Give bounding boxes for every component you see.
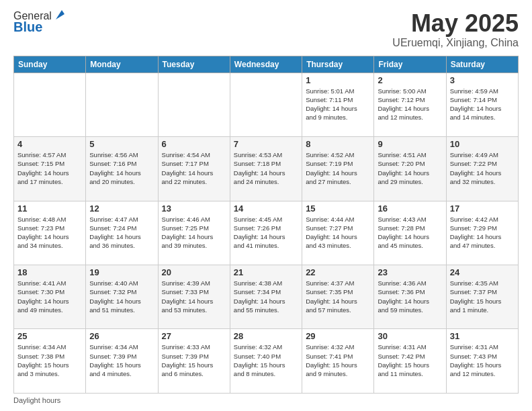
day-number: 17 (450, 203, 515, 214)
day-number: 23 (378, 267, 442, 277)
cell-3-4: 22Sunrise: 4:37 AM Sunset: 7:35 PM Dayli… (302, 265, 374, 329)
cell-1-4: 8Sunrise: 4:52 AM Sunset: 7:19 PM Daylig… (302, 137, 374, 201)
cell-content: Sunrise: 4:51 AM Sunset: 7:20 PM Dayligh… (378, 150, 442, 186)
cell-3-6: 24Sunrise: 4:35 AM Sunset: 7:37 PM Dayli… (446, 265, 518, 329)
cell-4-6: 31Sunrise: 4:31 AM Sunset: 7:43 PM Dayli… (446, 329, 518, 394)
month-title: May 2025 (392, 10, 519, 37)
cell-content: Sunrise: 4:42 AM Sunset: 7:29 PM Dayligh… (450, 215, 515, 250)
col-friday: Friday (374, 56, 446, 73)
cell-4-4: 29Sunrise: 4:32 AM Sunset: 7:41 PM Dayli… (302, 329, 374, 394)
day-number: 1 (306, 75, 370, 85)
cell-content: Sunrise: 4:57 AM Sunset: 7:15 PM Dayligh… (17, 150, 82, 186)
header-row: Sunday Monday Tuesday Wednesday Thursday… (14, 56, 519, 73)
day-number: 8 (306, 139, 370, 149)
location: UEruemqi, Xinjiang, China (392, 37, 519, 49)
cell-2-6: 17Sunrise: 4:42 AM Sunset: 7:29 PM Dayli… (446, 201, 518, 265)
logo: General Blue (13, 10, 64, 35)
cell-content: Sunrise: 4:56 AM Sunset: 7:16 PM Dayligh… (89, 150, 154, 186)
week-row-3: 18Sunrise: 4:41 AM Sunset: 7:30 PM Dayli… (14, 265, 519, 329)
day-number: 26 (89, 331, 154, 341)
cell-0-3 (230, 73, 302, 136)
cell-content: Sunrise: 4:38 AM Sunset: 7:34 PM Dayligh… (234, 279, 298, 314)
day-number: 2 (378, 75, 442, 85)
cell-content: Sunrise: 4:39 AM Sunset: 7:33 PM Dayligh… (162, 279, 226, 314)
logo-triangle-icon (52, 9, 64, 21)
cell-1-2: 6Sunrise: 4:54 AM Sunset: 7:17 PM Daylig… (158, 137, 230, 201)
cell-4-0: 25Sunrise: 4:34 AM Sunset: 7:38 PM Dayli… (14, 329, 86, 394)
day-number: 3 (450, 75, 515, 85)
cell-content: Sunrise: 4:34 AM Sunset: 7:39 PM Dayligh… (89, 342, 154, 378)
cell-1-1: 5Sunrise: 4:56 AM Sunset: 7:16 PM Daylig… (86, 137, 158, 201)
day-number: 19 (89, 267, 154, 277)
col-monday: Monday (86, 56, 158, 73)
cell-4-5: 30Sunrise: 4:31 AM Sunset: 7:42 PM Dayli… (374, 329, 446, 394)
col-thursday: Thursday (302, 56, 374, 73)
cell-3-2: 20Sunrise: 4:39 AM Sunset: 7:33 PM Dayli… (158, 265, 230, 329)
cell-2-5: 16Sunrise: 4:43 AM Sunset: 7:28 PM Dayli… (374, 201, 446, 265)
day-number: 21 (234, 267, 298, 277)
day-number: 12 (89, 203, 154, 214)
cell-0-1 (86, 73, 158, 136)
week-row-1: 4Sunrise: 4:57 AM Sunset: 7:15 PM Daylig… (14, 137, 519, 201)
cell-1-6: 10Sunrise: 4:49 AM Sunset: 7:22 PM Dayli… (446, 137, 518, 201)
day-number: 24 (450, 267, 515, 277)
day-number: 28 (234, 331, 298, 341)
week-row-2: 11Sunrise: 4:48 AM Sunset: 7:23 PM Dayli… (14, 201, 519, 265)
day-number: 15 (306, 203, 370, 214)
cell-2-1: 12Sunrise: 4:47 AM Sunset: 7:24 PM Dayli… (86, 201, 158, 265)
day-number: 6 (162, 139, 226, 149)
day-number: 27 (162, 331, 226, 341)
cell-content: Sunrise: 4:31 AM Sunset: 7:43 PM Dayligh… (450, 342, 515, 378)
cell-0-2 (158, 73, 230, 136)
cell-0-0 (14, 73, 86, 136)
col-wednesday: Wednesday (230, 56, 302, 73)
cell-content: Sunrise: 4:45 AM Sunset: 7:26 PM Dayligh… (234, 215, 298, 250)
footer-note: Daylight hours (13, 396, 519, 404)
day-number: 7 (234, 139, 298, 149)
cell-2-0: 11Sunrise: 4:48 AM Sunset: 7:23 PM Dayli… (14, 201, 86, 265)
logo-blue-text: Blue (13, 19, 42, 35)
cell-content: Sunrise: 4:49 AM Sunset: 7:22 PM Dayligh… (450, 150, 515, 186)
calendar-table: Sunday Monday Tuesday Wednesday Thursday… (13, 56, 519, 394)
header: General Blue May 2025 UEruemqi, Xinjiang… (13, 10, 519, 49)
cell-0-6: 3Sunrise: 4:59 AM Sunset: 7:14 PM Daylig… (446, 73, 518, 136)
cell-2-4: 15Sunrise: 4:44 AM Sunset: 7:27 PM Dayli… (302, 201, 374, 265)
day-number: 20 (162, 267, 226, 277)
cell-3-1: 19Sunrise: 4:40 AM Sunset: 7:32 PM Dayli… (86, 265, 158, 329)
cell-3-3: 21Sunrise: 4:38 AM Sunset: 7:34 PM Dayli… (230, 265, 302, 329)
cell-4-3: 28Sunrise: 4:32 AM Sunset: 7:40 PM Dayli… (230, 329, 302, 394)
cell-content: Sunrise: 4:32 AM Sunset: 7:41 PM Dayligh… (306, 342, 370, 378)
cell-1-3: 7Sunrise: 4:53 AM Sunset: 7:18 PM Daylig… (230, 137, 302, 201)
day-number: 5 (89, 139, 154, 149)
day-number: 18 (17, 267, 82, 277)
title-area: May 2025 UEruemqi, Xinjiang, China (392, 10, 519, 49)
cell-content: Sunrise: 4:34 AM Sunset: 7:38 PM Dayligh… (17, 342, 82, 378)
cell-3-0: 18Sunrise: 4:41 AM Sunset: 7:30 PM Dayli… (14, 265, 86, 329)
cell-0-4: 1Sunrise: 5:01 AM Sunset: 7:11 PM Daylig… (302, 73, 374, 136)
col-sunday: Sunday (14, 56, 86, 73)
cell-content: Sunrise: 4:46 AM Sunset: 7:25 PM Dayligh… (162, 215, 226, 250)
cell-content: Sunrise: 4:35 AM Sunset: 7:37 PM Dayligh… (450, 279, 515, 314)
cell-2-3: 14Sunrise: 4:45 AM Sunset: 7:26 PM Dayli… (230, 201, 302, 265)
cell-1-0: 4Sunrise: 4:57 AM Sunset: 7:15 PM Daylig… (14, 137, 86, 201)
day-number: 29 (306, 331, 370, 341)
page: General Blue May 2025 UEruemqi, Xinjiang… (0, 0, 532, 411)
day-number: 11 (17, 203, 82, 214)
day-number: 9 (378, 139, 442, 149)
day-number: 14 (234, 203, 298, 214)
day-number: 30 (378, 331, 442, 341)
cell-2-2: 13Sunrise: 4:46 AM Sunset: 7:25 PM Dayli… (158, 201, 230, 265)
cell-content: Sunrise: 4:48 AM Sunset: 7:23 PM Dayligh… (17, 215, 82, 250)
cell-content: Sunrise: 4:31 AM Sunset: 7:42 PM Dayligh… (378, 342, 442, 378)
cell-content: Sunrise: 4:44 AM Sunset: 7:27 PM Dayligh… (306, 215, 370, 250)
cell-content: Sunrise: 4:41 AM Sunset: 7:30 PM Dayligh… (17, 279, 82, 314)
cell-content: Sunrise: 4:43 AM Sunset: 7:28 PM Dayligh… (378, 215, 442, 250)
cell-content: Sunrise: 4:32 AM Sunset: 7:40 PM Dayligh… (234, 342, 298, 378)
cell-content: Sunrise: 4:52 AM Sunset: 7:19 PM Dayligh… (306, 150, 370, 186)
cell-content: Sunrise: 4:54 AM Sunset: 7:17 PM Dayligh… (162, 150, 226, 186)
col-saturday: Saturday (446, 56, 518, 73)
cell-1-5: 9Sunrise: 4:51 AM Sunset: 7:20 PM Daylig… (374, 137, 446, 201)
day-number: 22 (306, 267, 370, 277)
svg-marker-0 (56, 10, 64, 19)
cell-4-2: 27Sunrise: 4:33 AM Sunset: 7:39 PM Dayli… (158, 329, 230, 394)
